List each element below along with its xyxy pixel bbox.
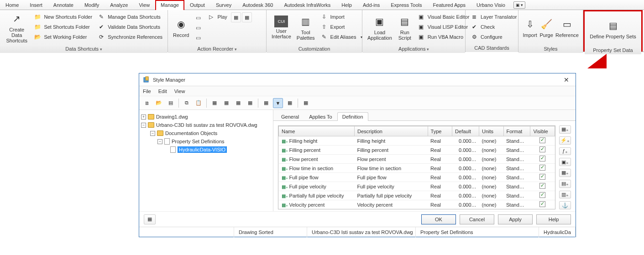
lisp-editor-button[interactable]: ▣Visual LISP Editor: [417, 22, 471, 31]
tree-node-hydraulic[interactable]: HydraulicData-VISIO: [141, 146, 271, 154]
tree-node-doc-objects[interactable]: −Documentation Objects: [141, 129, 271, 137]
tab-definition[interactable]: Definition: [337, 112, 368, 121]
recorder-slot-3[interactable]: ▭: [194, 33, 203, 42]
tab-survey[interactable]: Survey: [210, 0, 237, 10]
tree-node-urbano[interactable]: −Urbano-C3D Isti sustav za test ROVOVA.d…: [141, 121, 271, 129]
add-class-button[interactable]: ▦₊: [559, 169, 571, 177]
close-button[interactable]: ✕: [561, 76, 572, 83]
toolbar-d-icon[interactable]: ▦: [245, 98, 255, 108]
manage-data-shortcuts-button[interactable]: ✎Manage Data Shortcuts: [97, 12, 163, 21]
tab-view[interactable]: View: [133, 0, 155, 10]
table-row[interactable]: ▦₊ Full pipe velocityFull pipe velocityR…: [279, 182, 555, 191]
recorder-slot-1[interactable]: ▭: [194, 13, 203, 22]
visible-checkbox[interactable]: [539, 137, 545, 143]
edit-aliases-button[interactable]: ✎Edit Aliases▾: [319, 32, 364, 42]
purge-button[interactable]: 🧹Purge: [538, 11, 555, 43]
apply-button[interactable]: Apply: [498, 214, 533, 224]
properties-grid[interactable]: Name Description Type Default Units Form…: [278, 125, 555, 209]
tab-modify[interactable]: Modify: [79, 0, 105, 10]
tab-home[interactable]: Home: [0, 0, 24, 10]
tab-help[interactable]: Help: [336, 0, 357, 10]
recorder-opt-2[interactable]: ▦: [242, 12, 252, 22]
visible-checkbox[interactable]: [539, 192, 545, 198]
col-visible[interactable]: Visible: [530, 126, 555, 136]
help-button[interactable]: Help: [536, 214, 571, 224]
table-row[interactable]: ▦₊ Filling heightFilling heightReal0.000…: [279, 136, 555, 146]
menu-edit[interactable]: Edit: [158, 88, 167, 94]
user-interface-button[interactable]: CUIUser Interface: [269, 11, 294, 43]
menu-file[interactable]: File: [143, 88, 151, 94]
col-type[interactable]: Type: [428, 126, 452, 136]
visible-checkbox[interactable]: [539, 165, 545, 171]
toolbar-paste-icon[interactable]: 📋: [194, 98, 204, 108]
table-row[interactable]: ▦₊ Full pipe flowFull pipe flowReal0.000…: [279, 173, 555, 182]
create-data-shortcuts-button[interactable]: ↗ Create Data Shortcuts: [2, 11, 31, 43]
toolbar-save-icon[interactable]: ▤: [166, 98, 176, 108]
visible-checkbox[interactable]: [539, 146, 545, 152]
tab-featured[interactable]: Featured Apps: [428, 0, 471, 10]
visible-checkbox[interactable]: [539, 174, 545, 180]
define-property-sets-button[interactable]: ▤ Define Property Sets: [587, 13, 639, 45]
styles-import-button[interactable]: ⇩Import: [522, 11, 538, 43]
toolbar-a-icon[interactable]: ▦: [209, 98, 220, 108]
vb-editor-button[interactable]: ▣Visual Basic Editor: [417, 12, 471, 21]
col-format[interactable]: Format: [503, 126, 530, 136]
tab-infraworks[interactable]: Autodesk InfraWorks: [278, 0, 336, 10]
layer-translator-button[interactable]: ≣Layer Translator: [470, 12, 518, 21]
add-prop-button[interactable]: ▦₊: [559, 125, 571, 134]
tab-output[interactable]: Output: [184, 0, 210, 10]
toolbar-e-icon[interactable]: ▦: [261, 98, 271, 108]
style-tree[interactable]: +Drawing1.dwg −Urbano-C3D Isti sustav za…: [139, 110, 273, 211]
ok-button[interactable]: OK: [421, 214, 456, 224]
toolbar-copy-icon[interactable]: ⧉: [182, 98, 192, 108]
toolbar-filter-icon[interactable]: ▼: [273, 98, 283, 108]
table-row[interactable]: ▦₊ Velocity percentVelocity percentReal0…: [279, 200, 555, 209]
export-button[interactable]: ⇧Export: [319, 22, 364, 31]
visible-checkbox[interactable]: [539, 156, 545, 161]
toolbar-f-icon[interactable]: ▦: [285, 98, 295, 108]
col-description[interactable]: Description: [354, 126, 428, 136]
set-shortcuts-folder-button[interactable]: 📁Set Shortcuts Folder: [33, 22, 93, 31]
set-working-folder-button[interactable]: 📂Set Working Folder: [33, 32, 93, 42]
add-proj-button[interactable]: ▥₊: [559, 191, 571, 199]
check-button[interactable]: ✔Check: [470, 22, 518, 31]
tab-insert[interactable]: Insert: [24, 0, 48, 10]
toolbar-new-icon[interactable]: 🗎: [142, 98, 152, 108]
synchronize-references-button[interactable]: ⟳Synchronize References: [97, 32, 163, 42]
load-application-button[interactable]: ▣Load Application: [365, 11, 395, 43]
toolbar-g-icon[interactable]: ▦: [301, 98, 311, 108]
add-anchor-button[interactable]: ⚓: [559, 201, 571, 209]
tab-applies-to[interactable]: Applies To: [304, 112, 337, 121]
vba-macro-button[interactable]: ▣Run VBA Macro: [417, 32, 471, 42]
toolbar-c-icon[interactable]: ▦: [233, 98, 243, 108]
add-formula-button[interactable]: ƒ₊: [559, 147, 571, 156]
panel-title-data-shortcuts[interactable]: Data Shortcuts: [0, 45, 168, 53]
recorder-opt-1[interactable]: ▦: [231, 12, 241, 22]
new-shortcuts-folder-button[interactable]: 📁New Shortcuts Folder: [33, 12, 93, 21]
table-row[interactable]: ▦₊ Filling percentFilling percentReal0.0…: [279, 146, 555, 155]
cancel-button[interactable]: Cancel: [460, 214, 494, 224]
visible-checkbox[interactable]: [539, 201, 545, 207]
tab-addins[interactable]: Add-ins: [357, 0, 385, 10]
reference-button[interactable]: ▭Reference: [555, 11, 580, 43]
add-auto-button[interactable]: ⚡₊: [559, 136, 571, 145]
visible-checkbox[interactable]: [539, 183, 545, 189]
play-button[interactable]: ▷Play: [206, 12, 228, 21]
tabbar-overflow-icon[interactable]: ▣ ▾: [513, 1, 526, 9]
tab-manage[interactable]: Manage: [155, 0, 184, 10]
panel-title-action-recorder[interactable]: Action Recorder: [168, 45, 266, 53]
panel-title-applications[interactable]: Applications: [362, 45, 465, 53]
validate-data-shortcuts-button[interactable]: ✔Validate Data Shortcuts: [97, 22, 163, 31]
table-row[interactable]: ▦₊ Partially full pipe velocityPartially…: [279, 191, 555, 200]
tab-express[interactable]: Express Tools: [385, 0, 427, 10]
table-row[interactable]: ▦₊ Flow time in sectionFlow time in sect…: [279, 164, 555, 173]
col-units[interactable]: Units: [479, 126, 504, 136]
record-button[interactable]: ◉ Record: [170, 11, 192, 43]
tab-analyze[interactable]: Analyze: [105, 0, 133, 10]
tool-palettes-button[interactable]: ▥Tool Palettes: [294, 11, 318, 43]
toolbar-b-icon[interactable]: ▦: [221, 98, 231, 108]
dialog-options-button[interactable]: ▦: [144, 214, 156, 224]
col-name[interactable]: Name: [279, 126, 355, 136]
col-default[interactable]: Default: [452, 126, 479, 136]
toolbar-open-icon[interactable]: 📂: [154, 98, 164, 108]
